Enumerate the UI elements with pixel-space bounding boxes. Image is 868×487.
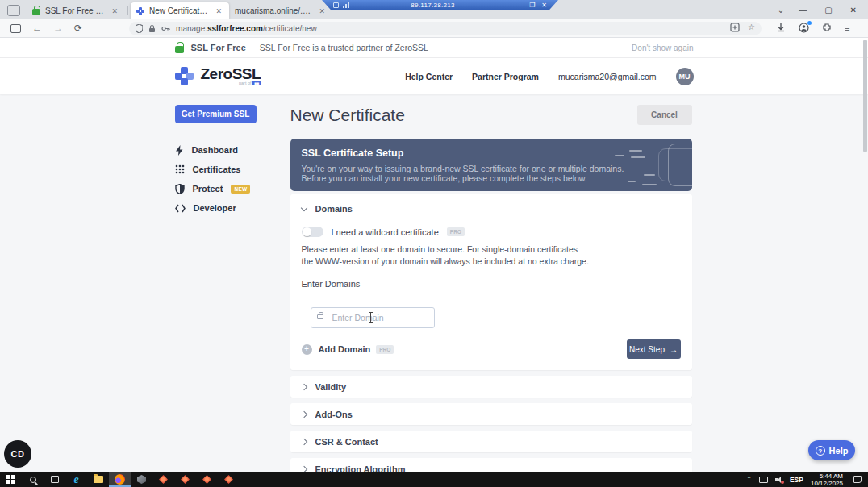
window-close-button[interactable]: ✕: [850, 6, 857, 15]
zerossl-logo[interactable]: ZeroSSL part of ■■: [175, 67, 261, 86]
next-step-button[interactable]: Next Step →: [627, 339, 681, 359]
address-bar[interactable]: manage.sslforfree.com/certificate/new ☆: [129, 22, 762, 35]
menu-icon[interactable]: ≡: [845, 23, 849, 33]
accordion-add-ons[interactable]: Add-Ons: [290, 403, 692, 425]
rdp-connection-bar[interactable]: 89.117.38.213 — ❐ ✕: [322, 0, 558, 10]
lock-icon: [317, 314, 323, 319]
rdp-minimize-button[interactable]: —: [516, 2, 523, 9]
site-header: ZeroSSL part of ■■ Help Center Partner P…: [0, 58, 868, 94]
close-tab-icon[interactable]: ✕: [317, 7, 327, 15]
main-content: New Certificate Cancel SSL Certificate S…: [290, 105, 692, 472]
partner-banner: SSL For Free SSL For Free is a trusted p…: [0, 38, 868, 58]
desktop: SSL For Free Login ✕ New Certificate - Z…: [0, 0, 868, 487]
back-button[interactable]: ←: [32, 23, 42, 34]
tray-expand-icon[interactable]: ⌃: [746, 476, 752, 483]
reload-button[interactable]: ⟳: [74, 23, 82, 34]
domain-input[interactable]: [311, 307, 435, 328]
domains-section-header[interactable]: Domains: [302, 204, 681, 214]
add-icon[interactable]: +: [302, 344, 312, 355]
file-explorer-icon[interactable]: [87, 472, 109, 487]
domains-section: Domains I need a wildcard certificate PR…: [290, 194, 692, 370]
shield-icon: [175, 184, 185, 194]
rdp-restore-button[interactable]: ❐: [529, 2, 535, 9]
sidebar-item-certificates[interactable]: Certificates: [175, 164, 257, 175]
wildcard-label: I need a wildcard certificate: [332, 227, 439, 237]
firefox-icon[interactable]: [109, 472, 131, 487]
internet-explorer-icon[interactable]: e: [65, 472, 87, 487]
accordion-encryption-algorithm[interactable]: Encryption Algorithm: [290, 458, 692, 472]
chevron-down-icon: [300, 204, 307, 210]
help-button[interactable]: ? Help: [808, 440, 855, 460]
accordion-csr-contact[interactable]: CSR & Contact: [290, 431, 692, 452]
vm-app-icon[interactable]: [131, 472, 152, 487]
sidebar-item-developer[interactable]: Developer: [175, 202, 257, 214]
sidebar-toggle-icon[interactable]: [10, 24, 21, 33]
text-cursor: [370, 312, 371, 323]
url-text: manage.sslforfree.com/certificate/new: [176, 24, 317, 33]
hero-title: SSL Certificate Setup: [302, 148, 681, 159]
account-icon[interactable]: [799, 23, 809, 35]
shield-icon[interactable]: [136, 24, 143, 33]
page-title: New Certificate: [290, 106, 405, 125]
close-tab-icon[interactable]: ✕: [110, 7, 119, 15]
window-minimize-button[interactable]: —: [799, 6, 807, 15]
help-center-link[interactable]: Help Center: [405, 72, 453, 81]
taskbar-search-button[interactable]: [22, 472, 44, 487]
window-maximize-button[interactable]: ▢: [824, 6, 832, 15]
task-view-button[interactable]: [44, 472, 65, 487]
banner-message: SSL For Free is a trusted partner of Zer…: [260, 43, 428, 52]
tab-mucarisma[interactable]: mucarisma.online/.well-known/pki- ✕: [229, 2, 332, 19]
enter-domains-label: Enter Domains: [302, 279, 681, 289]
downloads-icon[interactable]: [776, 23, 786, 34]
tab-new-certificate[interactable]: New Certificate - ZeroSSL ✕: [131, 2, 229, 19]
page-scrollbar[interactable]: [863, 40, 867, 152]
language-indicator[interactable]: ESP: [790, 476, 803, 484]
clock[interactable]: 5:44 AM 10/12/2025: [811, 472, 843, 487]
chevron-right-icon: [300, 465, 307, 472]
key-icon[interactable]: [161, 25, 170, 32]
wildcard-toggle[interactable]: [302, 227, 323, 237]
cd-widget[interactable]: CD: [4, 440, 31, 468]
partner-program-link[interactable]: Partner Program: [472, 72, 539, 81]
extensions-icon[interactable]: [822, 23, 832, 34]
lock-icon[interactable]: [148, 24, 156, 33]
lightning-icon: [175, 145, 184, 156]
start-button[interactable]: [0, 472, 22, 487]
tab-title: SSL For Free Login: [45, 6, 105, 15]
signal-icon: [343, 2, 349, 8]
firefox-view-icon[interactable]: [7, 5, 20, 16]
close-tab-icon[interactable]: ✕: [214, 7, 223, 15]
domains-help-text: Please enter at least one domain to secu…: [302, 244, 681, 268]
ssl-setup-hero: SSL Certificate Setup You're on your way…: [290, 139, 692, 191]
pro-badge: PRO: [447, 227, 465, 236]
volume-icon[interactable]: [775, 477, 782, 483]
get-premium-ssl-button[interactable]: Get Premium SSL: [175, 105, 257, 123]
dont-show-again-link[interactable]: Don't show again: [632, 44, 693, 52]
rdp-ip-address: 89.117.38.213: [349, 2, 516, 9]
accordion-validity[interactable]: Validity: [290, 376, 692, 398]
app-diamond-icon[interactable]: [218, 472, 240, 487]
app-diamond-icon[interactable]: [174, 472, 196, 487]
code-icon: [175, 204, 186, 213]
list-tabs-chevron-icon[interactable]: ⌄: [778, 6, 784, 15]
account-email[interactable]: mucarisma20@gmail.com: [558, 72, 657, 81]
tab-title: New Certificate - ZeroSSL: [149, 6, 209, 15]
add-domain-link[interactable]: Add Domain: [319, 344, 371, 354]
bookmark-star-icon[interactable]: ☆: [748, 23, 755, 34]
sidebar-item-protect[interactable]: Protect NEW: [175, 183, 257, 194]
lock-favicon: [32, 9, 40, 15]
app-diamond-icon[interactable]: [152, 472, 174, 487]
rdp-close-button[interactable]: ✕: [541, 2, 547, 9]
notification-center-icon[interactable]: [853, 476, 862, 483]
tab-title: mucarisma.online/.well-known/pki-: [235, 6, 312, 15]
tab-ssl-for-free-login[interactable]: SSL For Free Login ✕: [27, 2, 125, 19]
sidebar-item-dashboard[interactable]: Dashboard: [175, 144, 257, 156]
avatar[interactable]: MU: [676, 68, 694, 85]
save-to-pocket-icon[interactable]: [730, 23, 740, 34]
pin-icon[interactable]: [333, 2, 339, 8]
question-icon: ?: [816, 446, 825, 456]
cancel-button[interactable]: Cancel: [637, 105, 692, 125]
network-icon[interactable]: [759, 477, 768, 483]
chevron-right-icon: [300, 410, 307, 417]
app-diamond-icon[interactable]: [196, 472, 218, 487]
